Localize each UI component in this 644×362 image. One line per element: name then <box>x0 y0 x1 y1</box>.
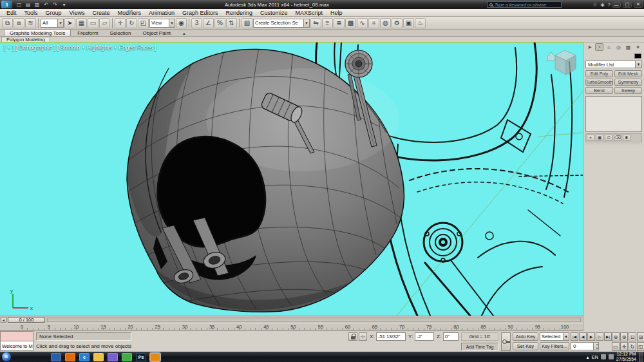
schematic-view-icon[interactable]: ⌗ <box>368 18 379 28</box>
help-menu-icon[interactable]: ? <box>608 2 611 8</box>
close-button[interactable]: ✕ <box>634 1 643 8</box>
modifier-button-edit-mesh[interactable]: Edit Mesh <box>614 70 642 77</box>
pin-stack-icon[interactable]: ⌖ <box>587 135 594 141</box>
modifier-list-dropdown[interactable]: Modifier List ▼ <box>585 61 642 68</box>
3dsmax-logo-icon[interactable]: 3 <box>1 1 12 8</box>
zoom-all-icon[interactable]: ⊛ <box>620 332 628 341</box>
select-and-link-icon[interactable]: ⧉ <box>2 18 13 28</box>
helmet-mesh[interactable] <box>127 48 404 312</box>
ribbon-tab-graphite-modeling-tools[interactable]: Graphite Modeling Tools <box>4 29 71 36</box>
redo-icon[interactable]: ↷ <box>51 1 59 8</box>
menu-customize[interactable]: Customize <box>256 9 292 16</box>
ribbon-tab-object-paint[interactable]: Object Paint <box>138 30 176 36</box>
go-to-end-button[interactable]: ▶| <box>604 332 612 341</box>
ribbon-tab-selection[interactable]: Selection <box>105 30 137 36</box>
view-cube[interactable] <box>547 50 576 75</box>
maxscript-mini-listener[interactable]: Welcome to M <box>0 341 33 351</box>
graphite-ribbon-toggle-icon[interactable]: ▩ <box>345 18 356 28</box>
spinner-snap-icon[interactable]: ⇅ <box>226 18 237 28</box>
bind-to-spacewarp-icon[interactable]: ≋ <box>25 18 36 28</box>
taskbar-green-app[interactable] <box>122 353 132 361</box>
unlink-selection-icon[interactable]: ⧈ <box>14 18 24 28</box>
current-frame-field[interactable]: 0 ▲▼ <box>571 342 599 350</box>
modifier-button-bend[interactable]: Bend <box>585 87 613 94</box>
material-editor-icon[interactable]: ◍ <box>380 18 391 28</box>
tray-expand-icon[interactable]: ▴ <box>587 354 589 360</box>
search-input[interactable] <box>495 3 559 7</box>
curve-editor-icon[interactable]: ∿ <box>357 18 368 28</box>
menu-views[interactable]: Views <box>66 9 89 16</box>
select-by-name-icon[interactable]: ▦ <box>76 18 87 28</box>
use-pivot-center-icon[interactable]: ◉ <box>176 18 187 28</box>
show-end-result-icon[interactable]: ▣ <box>596 135 603 141</box>
menu-group[interactable]: Group <box>42 9 66 16</box>
go-to-start-button[interactable]: |◀ <box>571 332 578 341</box>
z-coordinate-field[interactable]: 0" <box>443 332 459 341</box>
previous-frame-button[interactable]: ◀ <box>579 332 587 341</box>
y-coordinate-field[interactable]: -2' <box>415 332 434 341</box>
taskbar-app-blue[interactable] <box>51 353 61 361</box>
time-slider-track[interactable] <box>47 318 581 322</box>
render-production-icon[interactable]: ♨ <box>415 18 426 28</box>
utilities-panel-tab[interactable]: ✶ <box>634 43 642 51</box>
tab-polygon-modeling[interactable]: Polygon Modeling <box>1 37 50 42</box>
taskbar-firefox[interactable] <box>65 353 75 361</box>
taskbar-3dsmax[interactable] <box>150 353 160 361</box>
menu-create[interactable]: Create <box>88 9 113 16</box>
menu-animation[interactable]: Animation <box>145 9 178 16</box>
rectangular-region-icon[interactable]: ▭ <box>88 18 99 28</box>
menu-rendering[interactable]: Rendering <box>222 9 257 16</box>
render-setup-icon[interactable]: ⚙ <box>392 18 402 28</box>
viewport-canvas[interactable]: x y <box>0 43 583 316</box>
angle-snap-icon[interactable]: ∠ <box>203 18 214 28</box>
set-key-button[interactable]: Set Key <box>513 342 538 350</box>
hierarchy-panel-tab[interactable]: ⌂ <box>605 43 613 51</box>
mirror-icon[interactable]: ⇋ <box>310 18 321 28</box>
play-button[interactable]: ▶ <box>587 332 595 341</box>
keyable-selected-dropdown[interactable]: Selected ▼ <box>540 332 569 341</box>
modifier-button-edit-poly[interactable]: Edit Poly <box>585 70 613 77</box>
menu-modifiers[interactable]: Modifiers <box>113 9 145 16</box>
menu-maxscript[interactable]: MAXScript <box>292 9 327 16</box>
menu-edit[interactable]: Edit <box>3 9 21 16</box>
named-selection-set-dropdown[interactable]: Create Selection Se▼ <box>253 19 310 28</box>
configure-modifier-sets-icon[interactable]: ✱ <box>623 135 630 141</box>
undo-icon[interactable]: ↶ <box>42 1 50 8</box>
object-color-swatch[interactable] <box>634 53 641 59</box>
select-and-move-icon[interactable]: ✛ <box>115 18 126 28</box>
scene-menu-icon[interactable]: ▾ <box>60 1 68 8</box>
layer-manager-icon[interactable]: ≣ <box>334 18 345 28</box>
maximize-viewport-toggle-icon[interactable]: ◱ <box>637 342 644 351</box>
reference-coordinate-dropdown[interactable]: View▼ <box>149 19 175 28</box>
favorites-star-icon[interactable]: ☆ <box>592 2 597 8</box>
make-unique-icon[interactable]: ∅ <box>605 135 612 141</box>
volume-icon[interactable] <box>609 354 614 359</box>
communication-center-icon[interactable]: ◈ <box>600 2 604 8</box>
add-time-tag[interactable]: Add Time Tag <box>461 343 498 351</box>
snap-toggle-3d-icon[interactable]: 3 <box>191 18 202 28</box>
menu-help[interactable]: Help <box>327 9 346 16</box>
menu-graph-editors[interactable]: Graph Editors <box>178 9 222 16</box>
language-indicator[interactable]: EN <box>591 354 598 360</box>
maximize-button[interactable]: ▢ <box>623 1 632 8</box>
absolute-mode-toggle[interactable]: ⊹ <box>359 332 367 341</box>
taskbar-media-app[interactable] <box>108 353 118 361</box>
taskbar-photoshop[interactable]: Ps <box>136 353 146 361</box>
zoom-region-icon[interactable]: ▭ <box>612 342 620 351</box>
modifier-button-sweep[interactable]: Sweep <box>614 87 642 94</box>
ribbon-minimize-icon[interactable]: ▴ <box>181 31 187 36</box>
rendered-frame-window-icon[interactable]: ▣ <box>403 18 414 28</box>
pan-icon[interactable]: ✛ <box>620 342 628 351</box>
time-slider-handle[interactable]: 0 / 100 <box>8 317 45 323</box>
zoom-extents-all-icon[interactable]: ⊞ <box>637 332 644 341</box>
next-frame-button[interactable]: ▷ <box>596 332 603 341</box>
modifier-button-symmetry[interactable]: Symmetry <box>614 79 642 86</box>
modify-panel-tab[interactable]: ◔ <box>595 43 603 51</box>
motion-panel-tab[interactable]: ◎ <box>614 43 623 51</box>
percent-snap-icon[interactable]: % <box>214 18 225 28</box>
remove-modifier-icon[interactable]: ⌫ <box>614 135 621 141</box>
select-and-rotate-icon[interactable]: ↻ <box>126 18 137 28</box>
display-panel-tab[interactable]: ▦ <box>624 43 632 51</box>
network-icon[interactable] <box>601 354 606 359</box>
create-panel-tab[interactable]: ➤ <box>585 43 594 51</box>
